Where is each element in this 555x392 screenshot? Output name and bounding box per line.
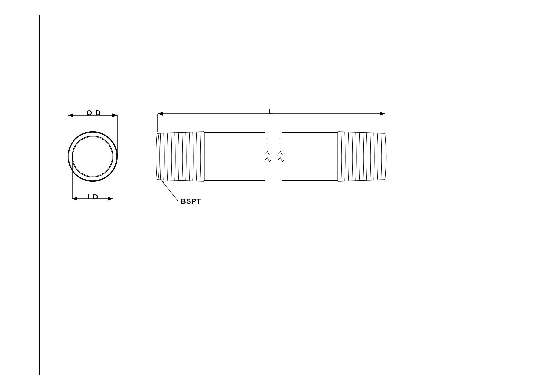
svg-marker-9 xyxy=(112,113,117,117)
svg-marker-14 xyxy=(108,197,113,201)
svg-point-2 xyxy=(69,132,117,181)
svg-point-4 xyxy=(73,137,112,176)
svg-line-20 xyxy=(158,132,204,133)
end-view xyxy=(68,113,117,201)
svg-marker-34 xyxy=(161,181,165,184)
svg-marker-8 xyxy=(68,113,73,117)
svg-point-30 xyxy=(156,133,159,180)
svg-point-3 xyxy=(72,136,113,177)
label-od: O D xyxy=(86,109,101,117)
technical-drawing xyxy=(0,0,555,392)
label-length: L xyxy=(269,108,274,116)
svg-marker-19 xyxy=(380,112,385,116)
label-bspt: BSPT xyxy=(181,197,201,206)
svg-marker-18 xyxy=(158,112,163,116)
label-id: I D xyxy=(87,193,99,201)
svg-line-33 xyxy=(161,181,178,201)
svg-line-21 xyxy=(158,180,204,181)
svg-marker-13 xyxy=(72,197,77,201)
side-view xyxy=(156,112,386,201)
